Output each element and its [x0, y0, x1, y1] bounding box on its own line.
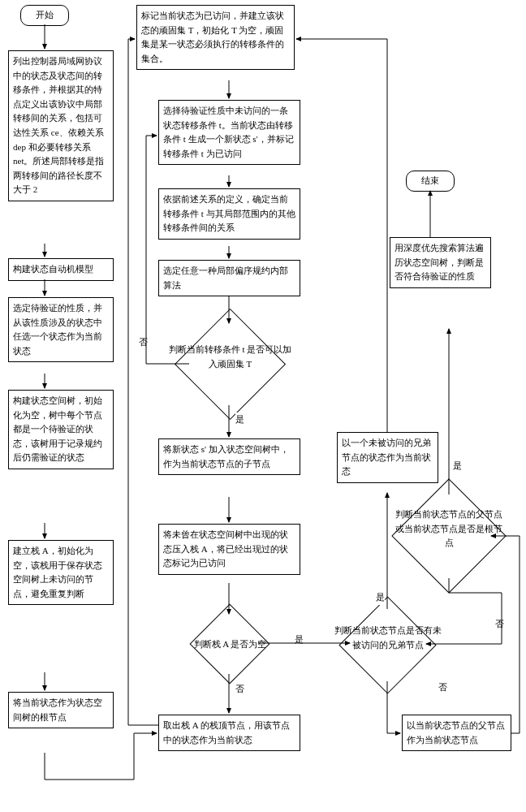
label-d4-no: 否 — [495, 617, 504, 632]
diamond-d3 — [338, 596, 436, 693]
text-b7: 取出栈 A 的栈顶节点，用该节点中的状态作为当前状态 — [163, 720, 290, 745]
text-b4: 选定任意一种局部偏序规约内部算法 — [163, 266, 288, 290]
end-label: 结束 — [421, 175, 439, 185]
box-c3: 用深度优先搜索算法遍历状态空间树，判断是否符合待验证的性质 — [390, 237, 491, 288]
text-a6: 将当前状态作为状态空间树的根节点 — [13, 698, 102, 722]
label-d4-yes: 是 — [453, 459, 462, 473]
box-b7: 取出栈 A 的栈顶节点，用该节点中的状态作为当前状态 — [158, 715, 300, 751]
box-c1: 以一个未被访问的兄弟节点的状态作为当前状态 — [337, 432, 438, 483]
label-d1-no: 否 — [139, 335, 148, 350]
box-a6: 将当前状态作为状态空间树的根节点 — [8, 692, 114, 728]
text-b2: 选择待验证性质中未访问的一条状态转移条件 t。当前状态由转移条件 t 生成一个新… — [163, 106, 294, 158]
text-a1: 列出控制器局域网协议中的状态及状态间的转移条件，并根据其的特点定义出该协议中局部… — [13, 56, 104, 194]
box-a5: 建立栈 A，初始化为空，该栈用于保存状态空间树上未访问的节点，避免重复判断 — [8, 540, 114, 605]
text-c1: 以一个未被访问的兄弟节点的状态作为当前状态 — [342, 438, 431, 476]
box-a3: 选定待验证的性质，并从该性质涉及的状态中任选一个状态作为当前状态 — [8, 297, 114, 362]
text-a4: 构建状态空间树，初始化为空，树中每个节点都是一个待验证的状态，该树用于记录规约后… — [13, 395, 102, 462]
box-b3: 依据前述关系的定义，确定当前转移条件 t 与其局部范围内的其他转移条件间的关系 — [158, 188, 300, 240]
box-b5: 将新状态 s' 加入状态空间树中，作为当前状态节点的子节点 — [158, 438, 300, 475]
label-d3-yes: 是 — [376, 590, 385, 605]
text-a2: 构建状态自动机模型 — [13, 264, 93, 274]
text-a3: 选定待验证的性质，并从该性质涉及的状态中任选一个状态作为当前状态 — [13, 303, 102, 356]
diamond-d2 — [190, 604, 270, 685]
label-d3-no: 否 — [438, 680, 447, 695]
label-d2-no: 否 — [235, 682, 244, 697]
text-a5: 建立栈 A，初始化为空，该栈用于保存状态空间树上未访问的节点，避免重复判断 — [13, 546, 102, 598]
end-terminal: 结束 — [406, 171, 455, 192]
box-a2: 构建状态自动机模型 — [8, 258, 114, 281]
text-b5: 将新状态 s' 加入状态空间树中，作为当前状态节点的子节点 — [163, 444, 289, 469]
text-b1: 标记当前状态为已访问，并建立该状态的顽固集 T，初始化 T 为空，顽固集是某一状… — [141, 11, 284, 63]
label-d1-yes: 是 — [235, 412, 244, 427]
start-label: 开始 — [36, 10, 54, 19]
box-b1: 标记当前状态为已访问，并建立该状态的顽固集 T，初始化 T 为空，顽固集是某一状… — [136, 5, 295, 70]
text-b6: 将未曾在状态空间树中出现的状态压入栈 A，将已经出现过的状态标记为已访问 — [163, 529, 288, 568]
box-b6: 将未曾在状态空间树中出现的状态压入栈 A，将已经出现过的状态标记为已访问 — [158, 524, 300, 575]
box-c2: 以当前状态节点的父节点作为当前状态节点 — [402, 715, 511, 751]
label-d2-yes: 是 — [295, 633, 304, 647]
diamond-d1 — [175, 309, 286, 420]
text-c2: 以当前状态节点的父节点作为当前状态节点 — [407, 720, 505, 745]
start-terminal: 开始 — [20, 5, 69, 26]
box-b4: 选定任意一种局部偏序规约内部算法 — [158, 260, 300, 296]
diamond-d4 — [391, 478, 506, 593]
box-a1: 列出控制器局域网协议中的状态及状态间的转移条件，并根据其的特点定义出该协议中局部… — [8, 50, 114, 201]
text-c3: 用深度优先搜索算法遍历状态空间树，判断是否符合待验证的性质 — [394, 243, 484, 281]
text-b3: 依据前述关系的定义，确定当前转移条件 t 与其局部范围内的其他转移条件间的关系 — [163, 194, 295, 232]
box-a4: 构建状态空间树，初始化为空，树中每个节点都是一个待验证的状态，该树用于记录规约后… — [8, 390, 114, 469]
box-b2: 选择待验证性质中未访问的一条状态转移条件 t。当前状态由转移条件 t 生成一个新… — [158, 100, 300, 165]
